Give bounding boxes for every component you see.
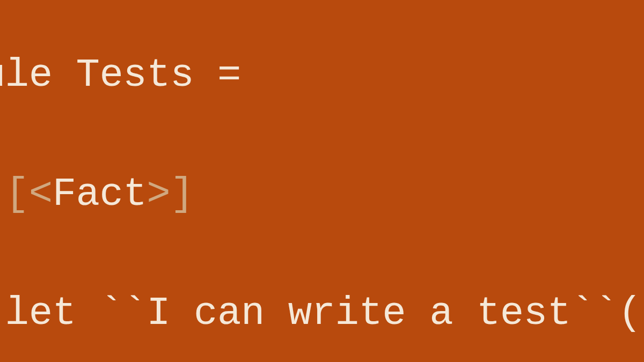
attribute-bracket-close: ] [170,172,194,217]
module-declaration: dule Tests = [0,53,241,98]
code-line-3: let ``I can write a test``( [0,284,641,343]
code-line-1: dule Tests = [0,46,641,105]
attribute-gt: > [147,172,170,217]
attribute-lt: < [29,172,53,217]
attribute-bracket-open: [ [0,172,29,217]
code-editor-viewport: dule Tests = [<Fact>] let ``I can write … [0,0,641,362]
attribute-name: Fact [53,172,147,217]
function-declaration: let ``I can write a test``( [0,291,641,336]
code-line-2: [<Fact>] [0,165,641,224]
